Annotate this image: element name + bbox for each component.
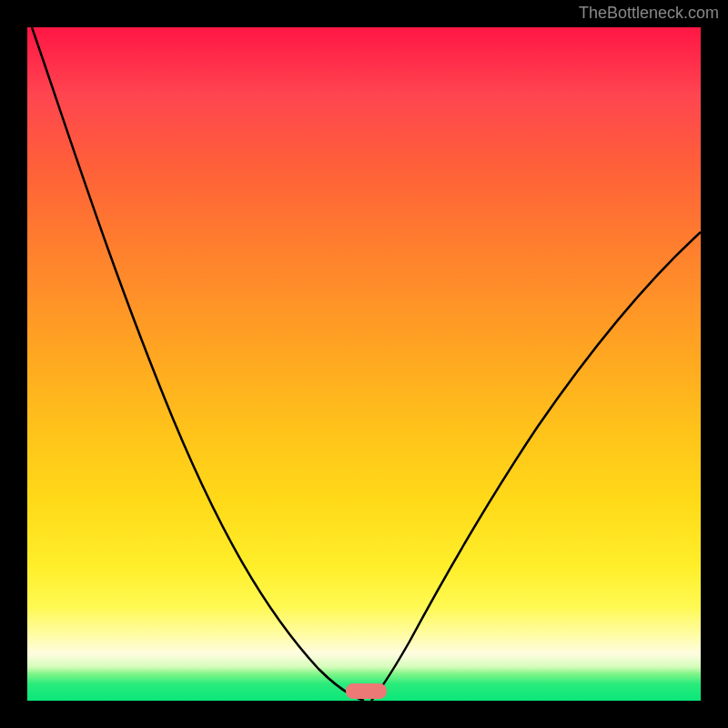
watermark-text: TheBottleneck.com [579, 4, 719, 23]
left-curve [32, 27, 364, 701]
right-curve [371, 232, 701, 701]
curves-svg [27, 27, 701, 701]
pink-marker [346, 683, 387, 699]
chart-area [27, 27, 701, 701]
